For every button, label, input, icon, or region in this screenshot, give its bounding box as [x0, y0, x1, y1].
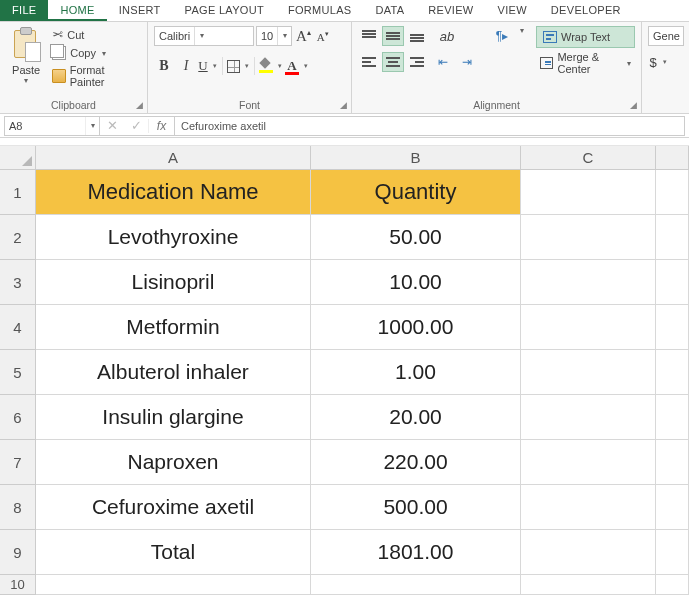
row-header-3[interactable]: 3: [0, 260, 36, 305]
cut-button[interactable]: ✂ Cut: [50, 26, 141, 43]
cell-D4[interactable]: [656, 305, 689, 350]
cell-A1[interactable]: Medication Name: [36, 170, 311, 215]
align-right-button[interactable]: [406, 52, 428, 72]
cell-C1[interactable]: [521, 170, 656, 215]
align-left-button[interactable]: [358, 52, 380, 72]
cell-C2[interactable]: [521, 215, 656, 260]
cell-B9[interactable]: 1801.00: [311, 530, 521, 575]
cell-C4[interactable]: [521, 305, 656, 350]
tab-developer[interactable]: DEVELOPER: [539, 0, 633, 21]
tab-home[interactable]: HOME: [48, 0, 106, 21]
tab-insert[interactable]: INSERT: [107, 0, 173, 21]
cell-D5[interactable]: [656, 350, 689, 395]
cell-A6[interactable]: Insulin glargine: [36, 395, 311, 440]
tab-view[interactable]: VIEW: [486, 0, 539, 21]
column-header-D[interactable]: [656, 146, 689, 170]
fx-icon[interactable]: fx: [148, 119, 174, 133]
cell-A10[interactable]: [36, 575, 311, 595]
align-middle-button[interactable]: [382, 26, 404, 46]
row-header-1[interactable]: 1: [0, 170, 36, 215]
alignment-launcher[interactable]: ◢: [627, 99, 639, 111]
column-header-B[interactable]: B: [311, 146, 521, 170]
column-header-A[interactable]: A: [36, 146, 311, 170]
row-header-8[interactable]: 8: [0, 485, 36, 530]
align-bottom-button[interactable]: [406, 26, 428, 46]
row-header-2[interactable]: 2: [0, 215, 36, 260]
chevron-down-icon[interactable]: ▾: [520, 26, 524, 46]
cell-B10[interactable]: [311, 575, 521, 595]
cell-B6[interactable]: 20.00: [311, 395, 521, 440]
chevron-down-icon[interactable]: ▾: [277, 27, 291, 45]
column-header-C[interactable]: C: [521, 146, 656, 170]
font-color-button[interactable]: A: [285, 56, 309, 76]
enter-formula-button[interactable]: ✓: [124, 118, 148, 133]
cell-D1[interactable]: [656, 170, 689, 215]
row-header-7[interactable]: 7: [0, 440, 36, 485]
tab-formulas[interactable]: FORMULAS: [276, 0, 364, 21]
cell-D7[interactable]: [656, 440, 689, 485]
decrease-font-button[interactable]: A▾: [315, 30, 331, 43]
chevron-down-icon[interactable]: ▾: [85, 117, 99, 135]
cell-C6[interactable]: [521, 395, 656, 440]
cell-C9[interactable]: [521, 530, 656, 575]
align-center-button[interactable]: [382, 52, 404, 72]
font-size-combo[interactable]: 10 ▾: [256, 26, 292, 46]
cell-D9[interactable]: [656, 530, 689, 575]
bold-button[interactable]: B: [154, 56, 174, 76]
align-top-button[interactable]: [358, 26, 380, 46]
cell-A5[interactable]: Albuterol inhaler: [36, 350, 311, 395]
font-name-combo[interactable]: Calibri ▾: [154, 26, 254, 46]
format-painter-button[interactable]: Format Painter: [50, 63, 141, 89]
row-header-6[interactable]: 6: [0, 395, 36, 440]
cell-B7[interactable]: 220.00: [311, 440, 521, 485]
cell-C5[interactable]: [521, 350, 656, 395]
cell-A9[interactable]: Total: [36, 530, 311, 575]
cell-A3[interactable]: Lisinopril: [36, 260, 311, 305]
currency-button[interactable]: $: [648, 52, 668, 72]
row-header-10[interactable]: 10: [0, 575, 36, 595]
underline-button[interactable]: U: [198, 56, 218, 76]
chevron-down-icon[interactable]: ▾: [627, 59, 631, 68]
cell-D3[interactable]: [656, 260, 689, 305]
cell-B4[interactable]: 1000.00: [311, 305, 521, 350]
fill-color-button[interactable]: [259, 56, 283, 76]
clipboard-launcher[interactable]: ◢: [133, 99, 145, 111]
wrap-text-button[interactable]: Wrap Text: [536, 26, 635, 48]
orientation-button[interactable]: ab: [432, 26, 462, 46]
cell-B3[interactable]: 10.00: [311, 260, 521, 305]
increase-indent-button[interactable]: ⇥: [456, 52, 478, 72]
cell-A8[interactable]: Cefuroxime axetil: [36, 485, 311, 530]
tab-page-layout[interactable]: PAGE LAYOUT: [173, 0, 276, 21]
tab-review[interactable]: REVIEW: [416, 0, 485, 21]
formula-input[interactable]: Cefuroxime axetil: [175, 116, 685, 136]
cell-A2[interactable]: Levothyroxine: [36, 215, 311, 260]
cell-D2[interactable]: [656, 215, 689, 260]
cell-A7[interactable]: Naproxen: [36, 440, 311, 485]
borders-button[interactable]: [227, 56, 250, 76]
increase-font-button[interactable]: A▴: [294, 28, 313, 45]
decrease-indent-button[interactable]: ⇤: [432, 52, 454, 72]
row-header-4[interactable]: 4: [0, 305, 36, 350]
cell-C3[interactable]: [521, 260, 656, 305]
paste-button[interactable]: Paste ▾: [6, 26, 46, 85]
row-header-9[interactable]: 9: [0, 530, 36, 575]
cell-C8[interactable]: [521, 485, 656, 530]
cell-D8[interactable]: [656, 485, 689, 530]
chevron-down-icon[interactable]: ▾: [24, 76, 28, 85]
chevron-down-icon[interactable]: ▾: [102, 49, 106, 58]
cell-D10[interactable]: [656, 575, 689, 595]
name-box[interactable]: A8 ▾: [4, 116, 100, 136]
cell-B2[interactable]: 50.00: [311, 215, 521, 260]
cell-B1[interactable]: Quantity: [311, 170, 521, 215]
ltr-button[interactable]: ¶▸: [488, 26, 516, 46]
cell-D6[interactable]: [656, 395, 689, 440]
cell-B8[interactable]: 500.00: [311, 485, 521, 530]
select-all-button[interactable]: [0, 146, 36, 170]
italic-button[interactable]: I: [176, 56, 196, 76]
merge-center-button[interactable]: Merge & Center ▾: [536, 52, 635, 74]
tab-file[interactable]: FILE: [0, 0, 48, 21]
cell-A4[interactable]: Metformin: [36, 305, 311, 350]
copy-button[interactable]: Copy ▾: [50, 45, 141, 61]
chevron-down-icon[interactable]: ▾: [194, 27, 208, 45]
cell-C10[interactable]: [521, 575, 656, 595]
